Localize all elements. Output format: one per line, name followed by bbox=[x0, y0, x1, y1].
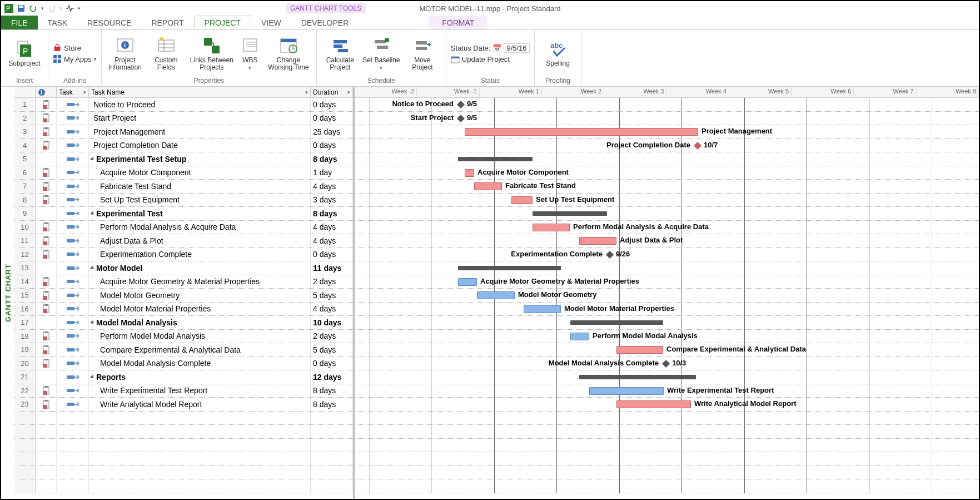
duration-cell[interactable]: 2 days bbox=[311, 330, 353, 343]
taskname-cell[interactable]: Fabricate Test Stand bbox=[89, 180, 311, 193]
gantt-row[interactable]: Adjust Data & Plot bbox=[355, 234, 979, 248]
taskname-cell[interactable]: Model Modal Analysis Complete bbox=[89, 357, 311, 370]
row-number[interactable]: 22 bbox=[14, 384, 36, 398]
table-row[interactable]: 12Experimentation Complete0 days bbox=[14, 248, 353, 262]
undo-dropdown[interactable]: ▾ bbox=[41, 6, 44, 11]
row-number[interactable]: 17 bbox=[14, 316, 36, 329]
gantt-row[interactable]: Model Modal Analysis Complete10/3 bbox=[355, 357, 979, 371]
gantt-row[interactable]: Write Experimental Test Report bbox=[355, 384, 979, 398]
duration-cell[interactable]: 0 days bbox=[311, 98, 353, 111]
status-date-value[interactable]: 9/5/16 bbox=[504, 43, 529, 53]
tab-view[interactable]: VIEW bbox=[251, 16, 291, 29]
row-number[interactable]: 8 bbox=[14, 194, 36, 207]
summary-bar[interactable] bbox=[579, 375, 696, 379]
calculate-button[interactable]: Calculate Project bbox=[321, 36, 359, 71]
taskname-cell[interactable]: Motor Model bbox=[89, 261, 311, 275]
table-row[interactable]: 20Model Modal Analysis Complete0 days bbox=[14, 357, 353, 371]
tab-developer[interactable]: DEVELOPER bbox=[291, 16, 359, 29]
task-bar[interactable] bbox=[458, 278, 477, 286]
taskname-cell[interactable]: Model Motor Material Properties bbox=[89, 303, 311, 316]
taskname-cell[interactable]: Reports bbox=[89, 370, 311, 384]
myapps-button[interactable]: My Apps ▾ bbox=[53, 55, 97, 63]
duration-cell[interactable]: 12 days bbox=[311, 370, 353, 384]
gantt-row[interactable]: Fabricate Test Stand bbox=[355, 180, 979, 194]
duration-cell[interactable]: 8 days bbox=[311, 384, 353, 398]
activity-icon[interactable] bbox=[66, 4, 74, 13]
duration-cell[interactable]: 10 days bbox=[311, 316, 353, 329]
task-bar[interactable] bbox=[474, 182, 502, 190]
change-time-button[interactable]: Change Working Time bbox=[265, 36, 312, 71]
baseline-button[interactable]: Set Baseline ▾ bbox=[362, 36, 400, 71]
row-number[interactable]: 21 bbox=[14, 370, 36, 384]
col-duration[interactable]: Duration▾ bbox=[311, 87, 353, 97]
duration-cell[interactable]: 4 days bbox=[311, 234, 353, 247]
row-number[interactable]: 7 bbox=[14, 180, 36, 193]
taskname-cell[interactable]: Experimental Test Setup bbox=[89, 152, 311, 166]
row-number[interactable]: 2 bbox=[14, 112, 36, 125]
table-row[interactable]: 16Model Motor Material Properties4 days bbox=[14, 303, 353, 316]
gantt-row[interactable] bbox=[355, 316, 979, 330]
taskname-cell[interactable]: Perform Model Modal Analysis bbox=[89, 330, 311, 343]
table-row[interactable]: 21Reports12 days bbox=[14, 370, 353, 384]
table-row[interactable]: 14Acquire Motor Geometry & Material Prop… bbox=[14, 275, 353, 289]
table-row[interactable]: 18Perform Model Modal Analysis2 days bbox=[14, 330, 353, 344]
row-number[interactable]: 18 bbox=[14, 330, 36, 343]
col-taskname[interactable]: Task Name▾ bbox=[89, 87, 311, 97]
gantt-row[interactable]: Model Motor Material Properties bbox=[355, 303, 979, 316]
milestone-diamond[interactable] bbox=[606, 250, 614, 258]
duration-cell[interactable]: 5 days bbox=[311, 343, 353, 357]
duration-cell[interactable]: 4 days bbox=[311, 180, 353, 193]
wbs-button[interactable]: WBS▾ bbox=[238, 36, 262, 71]
table-row[interactable]: 6Acquire Motor Component1 day bbox=[14, 166, 353, 180]
duration-cell[interactable]: 0 days bbox=[311, 139, 353, 152]
task-bar[interactable] bbox=[589, 387, 664, 395]
taskname-cell[interactable]: Experimentation Complete bbox=[89, 248, 311, 261]
task-bar[interactable] bbox=[616, 400, 691, 408]
row-number[interactable]: 14 bbox=[14, 275, 36, 289]
task-bar[interactable] bbox=[579, 237, 616, 245]
taskname-cell[interactable]: Experimental Test bbox=[89, 207, 311, 220]
gantt-row[interactable]: Experimentation Complete9/26 bbox=[355, 248, 979, 262]
save-icon[interactable] bbox=[17, 4, 26, 13]
tab-file[interactable]: FILE bbox=[1, 16, 38, 29]
gantt-row[interactable] bbox=[355, 207, 979, 221]
taskname-cell[interactable]: Project Completion Date bbox=[89, 139, 311, 152]
gantt-row[interactable]: Acquire Motor Geometry & Material Proper… bbox=[355, 275, 979, 289]
row-number[interactable]: 9 bbox=[14, 207, 36, 220]
taskname-cell[interactable]: Project Management bbox=[89, 125, 311, 138]
duration-cell[interactable]: 4 days bbox=[311, 221, 353, 234]
task-bar[interactable] bbox=[477, 291, 515, 299]
table-row[interactable]: 3Project Management25 days bbox=[14, 125, 353, 139]
project-info-button[interactable]: iProject Information bbox=[106, 36, 144, 71]
move-project-button[interactable]: Move Project bbox=[404, 36, 441, 71]
table-row[interactable]: 4Project Completion Date0 days bbox=[14, 139, 353, 153]
table-row[interactable]: 22Write Experimental Test Report8 days bbox=[14, 384, 353, 398]
duration-cell[interactable]: 5 days bbox=[311, 289, 353, 302]
row-number[interactable]: 6 bbox=[14, 166, 36, 180]
store-button[interactable]: Store bbox=[53, 43, 97, 52]
taskname-cell[interactable]: Acquire Motor Component bbox=[89, 166, 311, 180]
redo-dropdown[interactable]: ▾ bbox=[59, 6, 62, 11]
redo-icon[interactable] bbox=[47, 4, 56, 13]
row-number[interactable]: 1 bbox=[14, 98, 36, 111]
qat-customize[interactable]: ▾ bbox=[78, 6, 81, 11]
update-project-button[interactable]: Update Project bbox=[451, 55, 530, 63]
duration-cell[interactable]: 2 days bbox=[311, 275, 353, 289]
custom-fields-button[interactable]: Custom Fields bbox=[147, 36, 185, 71]
table-row[interactable]: 15Model Motor Geometry5 days bbox=[14, 289, 353, 303]
table-row[interactable]: 2Start Project0 days bbox=[14, 112, 353, 126]
summary-bar[interactable] bbox=[458, 157, 533, 161]
gantt-row[interactable]: Write Analytical Model Report bbox=[355, 398, 979, 412]
row-number[interactable]: 11 bbox=[14, 234, 36, 247]
duration-cell[interactable]: 8 days bbox=[311, 152, 353, 166]
task-bar[interactable] bbox=[511, 196, 533, 204]
tab-resource[interactable]: RESOURCE bbox=[77, 16, 141, 29]
milestone-diamond[interactable] bbox=[694, 141, 702, 149]
milestone-diamond[interactable] bbox=[662, 359, 670, 367]
gantt-row[interactable]: Compare Experimental & Analytical Data bbox=[355, 343, 979, 357]
task-bar[interactable] bbox=[616, 346, 663, 354]
duration-cell[interactable]: 0 days bbox=[311, 357, 353, 370]
table-row[interactable]: 23Write Analytical Model Report8 days bbox=[14, 398, 353, 412]
table-row[interactable]: 10Perform Modal Analysis & Acquire Data4… bbox=[14, 221, 353, 235]
taskname-cell[interactable]: Compare Experimental & Analytical Data bbox=[89, 343, 311, 357]
